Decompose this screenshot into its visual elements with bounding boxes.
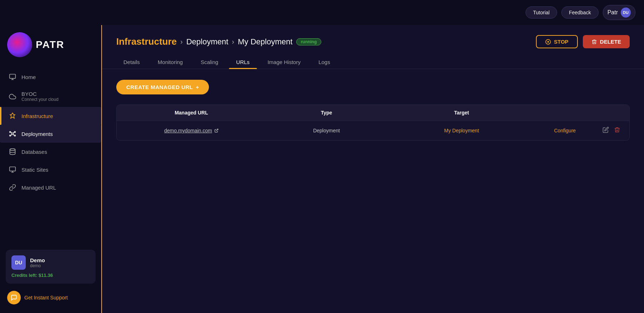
sidebar-item-label-byoc: BYOC	[21, 91, 58, 97]
cell-row-actions	[601, 127, 622, 135]
static-sites-icon	[9, 166, 16, 173]
sidebar-item-label-deployments: Deployments	[21, 131, 53, 137]
user-menu[interactable]: Patr DU	[603, 5, 635, 20]
create-managed-url-button[interactable]: CREATE MANAGED URL +	[116, 80, 209, 94]
tab-monitoring[interactable]: Monitoring	[151, 55, 190, 69]
sidebar: PATR Home BYOC	[0, 25, 102, 313]
sidebar-item-databases[interactable]: Databases	[0, 143, 101, 161]
sidebar-item-label-static-sites: Static Sites	[21, 167, 48, 173]
sidebar-nav: Home BYOC Connect your cloud	[0, 64, 101, 244]
url-link[interactable]: demo.mydomain.com	[164, 128, 219, 133]
sidebar-item-label-infrastructure: Infrastructure	[21, 113, 53, 119]
database-icon	[9, 148, 16, 156]
support-button[interactable]: Get Instant Support	[6, 288, 96, 307]
delete-row-icon[interactable]	[614, 127, 620, 135]
svg-line-18	[216, 129, 218, 131]
col-actions	[601, 110, 622, 116]
svg-point-12	[10, 149, 15, 151]
link-icon	[9, 184, 16, 191]
svg-rect-0	[10, 74, 16, 79]
svg-point-7	[14, 135, 15, 136]
sidebar-footer: DU Demo demo Credits left: $11.36 Get In…	[0, 244, 101, 313]
tab-logs[interactable]: Logs	[311, 55, 337, 69]
external-link-icon	[214, 128, 219, 133]
sidebar-item-static-sites[interactable]: Static Sites	[0, 161, 101, 178]
credits-display: Credits left: $11.36	[11, 273, 90, 278]
monitor-icon	[9, 73, 16, 81]
svg-line-9	[13, 132, 14, 133]
col-target: Target	[394, 110, 529, 116]
table-row: demo.mydomain.com Deployment My Deployme…	[117, 121, 629, 140]
sidebar-item-label-managed-url: Managed URL	[21, 185, 56, 191]
tab-urls[interactable]: URLs	[229, 55, 257, 69]
main-layout: PATR Home BYOC	[0, 25, 644, 313]
svg-line-8	[11, 132, 12, 133]
sidebar-item-byoc[interactable]: BYOC Connect your cloud	[0, 86, 101, 107]
sidebar-item-label-databases: Databases	[21, 149, 47, 155]
tutorial-button[interactable]: Tutorial	[526, 6, 557, 19]
svg-rect-17	[547, 41, 549, 43]
configure-link[interactable]: Configure	[554, 128, 576, 133]
logo-text: PATR	[36, 39, 64, 50]
sidebar-item-sub-byoc: Connect your cloud	[21, 97, 58, 102]
user-avatar: DU	[11, 255, 26, 270]
active-indicator	[0, 107, 1, 125]
breadcrumb-current: My Deployment	[238, 37, 293, 47]
svg-point-6	[10, 135, 11, 136]
stop-icon	[545, 39, 551, 45]
content-body: CREATE MANAGED URL + Managed URL Type Ta…	[102, 69, 644, 313]
header-actions: STOP DELETE	[536, 35, 630, 48]
cell-target: My Deployment	[394, 128, 529, 133]
logo-circle	[7, 32, 32, 57]
cell-configure: Configure	[529, 128, 601, 133]
rocket-icon	[9, 112, 16, 120]
tabs: Details Monitoring Scaling URLs Image Hi…	[102, 48, 644, 69]
support-label: Get Instant Support	[24, 295, 68, 300]
user-handle: demo	[30, 263, 45, 268]
cell-type: Deployment	[259, 128, 394, 133]
svg-point-4	[10, 131, 11, 132]
sidebar-item-managed-url[interactable]: Managed URL	[0, 178, 101, 196]
sidebar-item-label-home: Home	[21, 74, 36, 80]
cloud-icon	[9, 93, 16, 101]
topbar-user-label: Patr	[608, 9, 618, 16]
tab-details[interactable]: Details	[116, 55, 147, 69]
svg-line-10	[11, 135, 12, 136]
delete-button[interactable]: DELETE	[583, 35, 630, 48]
breadcrumb: Infrastructure › Deployment › My Deploym…	[116, 36, 321, 47]
tab-scaling[interactable]: Scaling	[194, 55, 225, 69]
content-area: Infrastructure › Deployment › My Deploym…	[102, 25, 644, 313]
svg-point-5	[14, 131, 15, 132]
support-icon	[7, 291, 21, 304]
cell-url: demo.mydomain.com	[124, 128, 259, 133]
sidebar-item-home[interactable]: Home	[0, 68, 101, 86]
breadcrumb-deployment[interactable]: Deployment	[186, 37, 228, 47]
user-name: Demo	[30, 257, 45, 263]
status-badge: running	[296, 38, 322, 45]
stop-button[interactable]: STOP	[536, 35, 578, 48]
col-managed-url: Managed URL	[124, 110, 259, 116]
edit-icon[interactable]	[602, 127, 609, 135]
svg-line-11	[13, 135, 14, 136]
sidebar-item-infrastructure[interactable]: Infrastructure	[0, 107, 101, 125]
sidebar-item-deployments[interactable]: Deployments	[0, 125, 101, 143]
svg-rect-13	[10, 167, 16, 171]
trash-icon	[591, 39, 597, 45]
url-table: Managed URL Type Target demo.mydomain.co…	[116, 104, 630, 141]
col-configure	[529, 110, 601, 116]
content-header: Infrastructure › Deployment › My Deploym…	[102, 25, 644, 48]
breadcrumb-infrastructure[interactable]: Infrastructure	[116, 36, 177, 47]
deployments-icon	[9, 130, 16, 138]
user-card: DU Demo demo Credits left: $11.36	[6, 250, 96, 284]
topbar-avatar: DU	[621, 8, 631, 18]
sidebar-logo: PATR	[0, 29, 101, 64]
topbar: Tutorial Feedback Patr DU	[0, 0, 644, 25]
col-type: Type	[259, 110, 394, 116]
feedback-button[interactable]: Feedback	[561, 6, 598, 19]
tab-image-history[interactable]: Image History	[260, 55, 308, 69]
table-header: Managed URL Type Target	[117, 105, 629, 121]
